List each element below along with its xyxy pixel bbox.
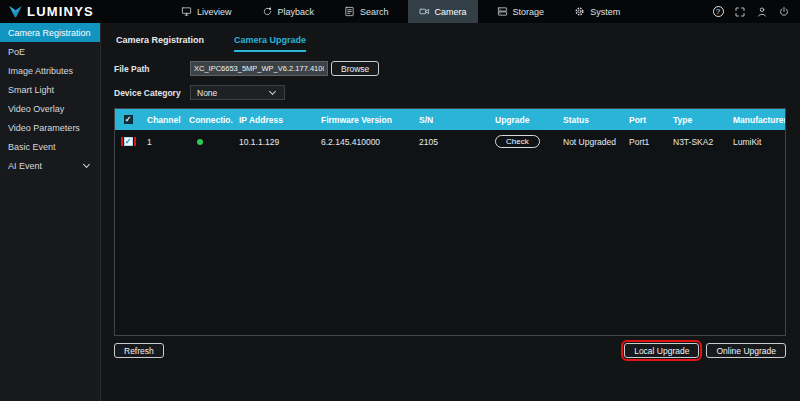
device-category-select[interactable]: None [190, 85, 285, 100]
sidebar-item-label: Video Parameters [8, 123, 80, 133]
brand-name: LUMINYS [27, 4, 94, 19]
sidebar-item-label: Smart Light [8, 85, 54, 95]
row-checkbox[interactable]: ✓ [124, 137, 133, 146]
header-cell: Type [667, 115, 727, 125]
sidebar-item-ai-event[interactable]: AI Event [0, 156, 100, 175]
device-category-row: Device Category None [114, 85, 786, 100]
sidebar-item-camera-registration[interactable]: Camera Registration [0, 23, 100, 42]
device-category-label: Device Category [114, 88, 190, 98]
row-cell-channel: 1 [141, 137, 183, 147]
row-cell-select: ✓ [115, 137, 141, 146]
local-upgrade-button[interactable]: Local Upgrade [624, 343, 699, 358]
check-button[interactable]: Check [495, 135, 540, 148]
header-cell: Upgrade [489, 115, 557, 125]
file-path-input[interactable] [190, 61, 328, 76]
app-window: LUMINYS Liveview Playback [0, 0, 800, 401]
brand: LUMINYS [0, 0, 140, 23]
row-cell-upgrade: Check [489, 135, 557, 148]
chevron-down-icon [269, 87, 276, 94]
content-tabs: Camera Registration Camera Upgrade [116, 35, 786, 52]
online-upgrade-button[interactable]: Online Upgrade [706, 343, 786, 358]
luminys-logo-icon [8, 4, 23, 19]
device-table: ✓ Channel Connectio... IP Address Firmwa… [114, 108, 786, 336]
help-icon[interactable]: ? [712, 6, 724, 18]
chevron-down-icon [83, 160, 90, 167]
system-gear-icon [574, 6, 585, 17]
row-cell-manufacturer: LumiKit [727, 137, 785, 147]
nav-item-system[interactable]: System [563, 0, 631, 23]
file-path-row: File Path Browse [114, 61, 786, 76]
main-content: Camera Registration Camera Upgrade File … [100, 23, 800, 401]
sidebar-item-label: Video Overlay [8, 104, 64, 114]
header-cell-select: ✓ [115, 115, 141, 124]
browse-button[interactable]: Browse [331, 61, 379, 76]
nav-label: Search [360, 7, 389, 17]
top-bar: LUMINYS Liveview Playback [0, 0, 800, 23]
nav-label: Camera [435, 7, 467, 17]
row-cell-sn: 2105 [413, 137, 489, 147]
row-cell-connection [183, 139, 233, 145]
sidebar-item-label: PoE [8, 47, 25, 57]
row-cell-type: N3T-SKA2 [667, 137, 727, 147]
sidebar-item-basic-event[interactable]: Basic Event [0, 137, 100, 156]
nav-item-storage[interactable]: Storage [486, 0, 556, 23]
page-body: Camera Registration PoE Image Attributes… [0, 23, 800, 401]
tab-camera-registration[interactable]: Camera Registration [116, 35, 204, 52]
nav-label: Liveview [197, 7, 232, 17]
nav-item-camera[interactable]: Camera [408, 0, 478, 23]
camera-icon [419, 6, 430, 17]
content-divider [100, 23, 101, 401]
sidebar-item-video-parameters[interactable]: Video Parameters [0, 118, 100, 137]
nav-item-playback[interactable]: Playback [251, 0, 326, 23]
sidebar-item-video-overlay[interactable]: Video Overlay [0, 99, 100, 118]
footer-actions: Refresh Local Upgrade Online Upgrade [114, 343, 786, 358]
liveview-monitor-icon [181, 6, 192, 17]
sidebar-item-smart-light[interactable]: Smart Light [0, 80, 100, 99]
nav-label: Playback [278, 7, 315, 17]
user-icon[interactable] [756, 6, 768, 18]
nav-item-search[interactable]: Search [333, 0, 400, 23]
row-cell-port: Port1 [623, 137, 667, 147]
header-cell: Port [623, 115, 667, 125]
footer-right-actions: Local Upgrade Online Upgrade [624, 343, 786, 358]
nav-item-liveview[interactable]: Liveview [170, 0, 243, 23]
header-cell: IP Address [233, 115, 315, 125]
header-cell: Manufacturer [727, 115, 785, 125]
header-cell: Connectio... [183, 115, 233, 125]
top-bar-right-icons: ? [712, 0, 800, 23]
sidebar-item-image-attributes[interactable]: Image Attributes [0, 61, 100, 80]
sidebar-item-label: Camera Registration [8, 28, 91, 38]
tab-camera-upgrade[interactable]: Camera Upgrade [234, 35, 306, 52]
header-cell: Channel [141, 115, 183, 125]
sidebar: Camera Registration PoE Image Attributes… [0, 23, 100, 401]
table-row: ✓ 1 10.1.1.129 6.2.145.410000 2105 Check… [115, 130, 785, 153]
screen-switch-icon[interactable] [734, 6, 746, 18]
nav-label: System [590, 7, 620, 17]
playback-icon [262, 6, 273, 17]
row-cell-ip: 10.1.1.129 [233, 137, 315, 147]
refresh-button[interactable]: Refresh [114, 343, 164, 358]
nav-label: Storage [513, 7, 545, 17]
select-all-checkbox[interactable]: ✓ [124, 115, 133, 124]
power-icon[interactable] [778, 6, 790, 18]
header-cell: Status [557, 115, 623, 125]
sidebar-item-poe[interactable]: PoE [0, 42, 100, 61]
header-cell: Firmware Version [315, 115, 413, 125]
connection-online-dot [197, 139, 203, 145]
search-icon [344, 6, 355, 17]
device-category-value: None [197, 88, 217, 98]
row-cell-status: Not Upgraded [557, 137, 623, 147]
top-navigation: Liveview Playback Search [170, 0, 631, 23]
sidebar-item-label: AI Event [8, 161, 42, 171]
table-header-row: ✓ Channel Connectio... IP Address Firmwa… [115, 109, 785, 130]
file-path-label: File Path [114, 64, 190, 74]
row-cell-firmware: 6.2.145.410000 [315, 137, 413, 147]
sidebar-item-label: Basic Event [8, 142, 56, 152]
header-cell: S/N [413, 115, 489, 125]
storage-icon [497, 6, 508, 17]
sidebar-item-label: Image Attributes [8, 66, 73, 76]
